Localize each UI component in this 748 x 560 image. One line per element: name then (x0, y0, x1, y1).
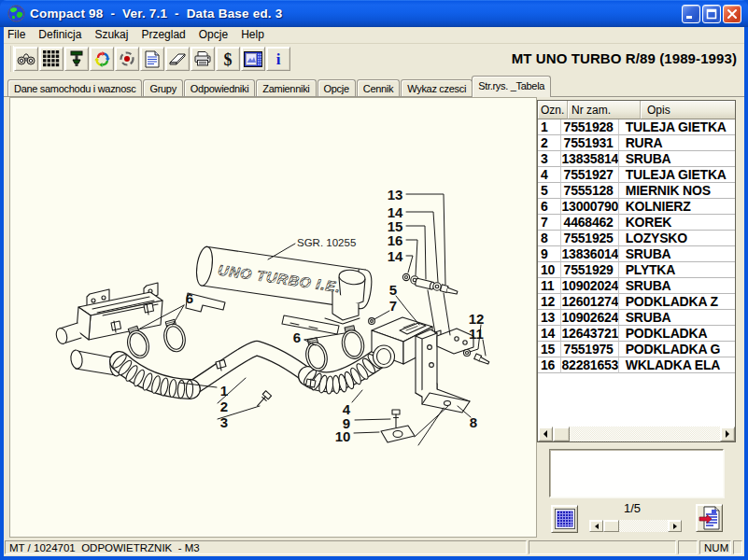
target-button[interactable] (115, 47, 139, 71)
hscroll-left-button[interactable] (538, 427, 553, 441)
tab-opcje[interactable]: Opcje (318, 79, 356, 97)
cell-ozn: 11 (538, 278, 561, 294)
table-row[interactable]: 613000790KOLNIERZ (538, 199, 735, 215)
callout-16: 16 (388, 232, 403, 248)
cell-opis: SRUBA (619, 278, 735, 294)
cell-opis: RURA (619, 135, 735, 151)
export-document-icon (699, 506, 721, 530)
menu-item-definicja[interactable]: Definicja (32, 27, 88, 43)
cell-nr-zam: 7551975 (561, 342, 618, 357)
table-row[interactable]: 1212601274PODKLADKA Z (538, 294, 735, 310)
table-row[interactable]: 27551931RURA (538, 135, 735, 151)
table-row[interactable]: 1412643721PODKLADKA (538, 326, 735, 342)
cell-nr-zam: 13835814 (561, 151, 618, 167)
picture-viewer-button[interactable] (241, 47, 265, 71)
table-row[interactable]: 157551975PODKLADKA G (538, 342, 735, 357)
hscroll-right-button[interactable] (720, 427, 735, 441)
mounting-bracket (416, 329, 473, 413)
column-header-opis[interactable]: Opis (641, 101, 735, 119)
cell-ozn: 13 (538, 310, 561, 326)
color-cycle-button[interactable] (90, 47, 114, 71)
cell-opis: LOZYSKO (619, 231, 735, 246)
tab-dane-samochodu-i-waznosc[interactable]: Dane samochodu i waznosc (7, 79, 142, 97)
intercooler-cylinder: UNO TURBO I.E. (186, 245, 374, 334)
column-header-nr-zam[interactable]: Nr zam. (568, 101, 641, 119)
cell-nr-zam: 12601274 (561, 294, 618, 310)
table-row[interactable]: 87551925LOZYSKO (538, 231, 735, 246)
callout-12: 12 (469, 311, 485, 327)
cell-ozn: 1 (538, 119, 561, 135)
table-row[interactable]: 57555128MIERNIK NOS (538, 183, 735, 199)
tab-wykaz-czesci[interactable]: Wykaz czesci (401, 79, 473, 97)
table-row[interactable]: 107551929PLYTKA (538, 262, 735, 278)
grid-view-button[interactable] (551, 505, 578, 533)
status-bar: MT / 1024701 ODPOWIETRZNIK - M3 NUM (4, 539, 744, 556)
menu-item-przeglad[interactable]: Przeglad (134, 27, 191, 43)
press-filter-button[interactable] (64, 47, 89, 71)
callout-6: 6 (293, 329, 301, 345)
tab-str-rys-tabela[interactable]: Str.rys. _Tabela (472, 76, 551, 97)
table-row[interactable]: 1310902624SRUBA (538, 310, 735, 326)
table-rows: 17551928TULEJA GIETKA27551931RURA3138358… (538, 119, 735, 373)
hoses (111, 348, 383, 399)
export-document-button[interactable] (696, 504, 723, 532)
menu-bar: FileDefinicjaSzukajPrzegladOpcjeHelp (4, 27, 744, 44)
page-indicator: 1/5 (595, 501, 670, 515)
cell-nr-zam: 12643721 (561, 326, 618, 342)
prices-dollar-button[interactable]: $ (216, 47, 240, 71)
left-arrow-icon (543, 430, 547, 438)
column-header-ozn[interactable]: Ozn. (538, 101, 568, 119)
callout-2: 2 (220, 399, 228, 414)
eraser-button[interactable] (165, 47, 190, 71)
cell-ozn: 9 (538, 246, 561, 262)
parts-grid-button[interactable] (39, 47, 64, 71)
cell-opis: SRUBA (619, 246, 735, 262)
document-note-button[interactable] (140, 47, 164, 71)
close-button[interactable] (723, 5, 741, 23)
callout-5: 5 (389, 282, 397, 298)
page-slider-track[interactable] (619, 520, 668, 532)
tab-cennik[interactable]: Cennik (357, 79, 400, 97)
cell-ozn: 10 (538, 262, 561, 278)
hscroll-thumb[interactable] (553, 427, 570, 441)
menu-item-szukaj[interactable]: Szukaj (88, 27, 134, 43)
printer-button[interactable] (191, 47, 215, 71)
table-row[interactable]: 313835814SRUBA (538, 151, 735, 167)
table-row[interactable]: 913836014SRUBA (538, 246, 735, 262)
hscroll-track[interactable] (570, 427, 720, 441)
cell-nr-zam: 13000790 (561, 199, 618, 215)
table-row[interactable]: 1110902024SRUBA (538, 278, 735, 294)
cell-nr-zam: 7551931 (561, 135, 618, 151)
page-prev-button[interactable] (589, 520, 603, 532)
tab-grupy[interactable]: Grupy (143, 79, 182, 97)
cell-ozn: 14 (538, 326, 561, 342)
cell-ozn: 16 (538, 357, 561, 373)
info-button[interactable]: i (266, 47, 290, 71)
minimize-button[interactable] (682, 5, 700, 23)
table-hscrollbar[interactable] (538, 427, 735, 441)
binoculars-search-button[interactable] (14, 47, 38, 71)
cell-ozn: 6 (538, 199, 561, 215)
tab-odpowiedniki[interactable]: Odpowiedniki (184, 79, 255, 97)
menu-item-opcje[interactable]: Opcje (192, 27, 234, 43)
cell-ozn: 4 (538, 167, 561, 183)
table-row[interactable]: 17551928TULEJA GIETKA (538, 119, 735, 135)
note-box[interactable] (549, 449, 724, 497)
cell-opis: PODKLADKA G (619, 342, 735, 357)
maximize-icon (706, 8, 717, 20)
table-row[interactable]: 74468462KOREK (538, 215, 735, 231)
num-lock-indicator: NUM (699, 540, 731, 554)
left-arrow-icon (595, 524, 599, 529)
page-next-button[interactable] (668, 520, 682, 532)
table-row[interactable]: 1682281653WKLADKA ELA (538, 357, 735, 373)
table-row[interactable]: 47551927TULEJA GIETKA (538, 167, 735, 183)
document-note-icon (145, 50, 160, 68)
maximize-button[interactable] (702, 5, 721, 23)
page-slider[interactable] (589, 520, 682, 532)
page-slider-thumb[interactable] (603, 520, 619, 532)
menu-item-file[interactable]: File (4, 27, 32, 43)
menu-item-help[interactable]: Help (234, 27, 271, 43)
cell-nr-zam: 4468462 (561, 215, 618, 231)
tab-zamienniki[interactable]: Zamienniki (256, 79, 316, 97)
press-filter-icon (68, 49, 85, 68)
